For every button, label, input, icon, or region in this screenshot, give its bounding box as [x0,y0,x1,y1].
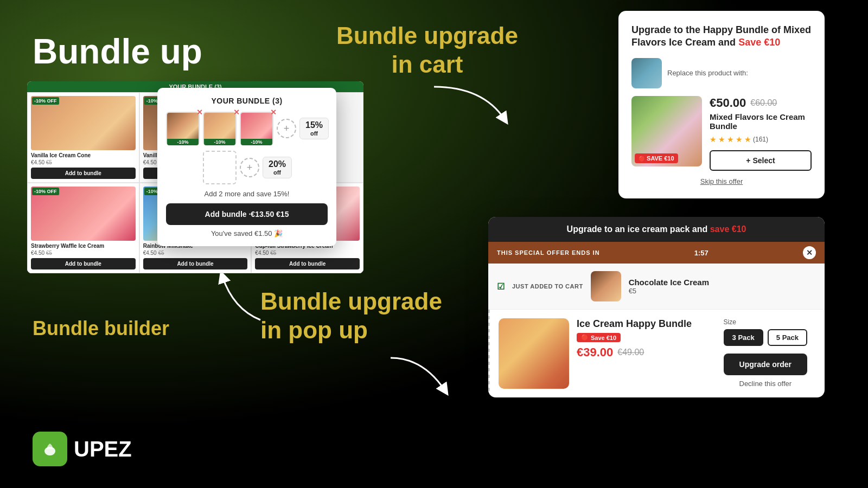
popup-decline-link[interactable]: Decline this offer [724,380,807,388]
bundle-item-x-2[interactable]: ✕ [233,108,240,116]
bundle-popup: YOUR BUNDLE (3) ✕ -10% ✕ -10% ✕ -10% [157,88,336,246]
popup-size-3pack[interactable]: 3 Pack [724,329,763,346]
popup-cart-thumb [591,271,621,301]
bb-item-name-strawberry: Strawberry Waffle Ice Cream [31,243,136,249]
cart-replace-label: Replace this product with: [667,69,748,77]
cart-product-section: 🔴 SAVE €10 €50.00 €60.00 Mixed Flavors I… [631,96,812,171]
star-count: (161) [753,136,768,143]
cart-upgrade-card: Upgrade to the Happy Bundle of Mixed Fla… [618,11,825,198]
popup-timer-close[interactable]: ✕ [803,246,816,259]
bb-item-badge-vanilla-cone: -10% OFF [32,97,59,105]
upez-logo: UPEZ [33,432,132,466]
bundle-builder-label: Bundle builder [33,317,169,340]
popup-cart-label: JUST ADDED TO CART [512,283,583,290]
popup-upgrade-img [499,318,569,389]
cart-skip-link[interactable]: Skip this offer [631,177,812,185]
bundle-item-discount-2: -10% [204,139,235,145]
bundle-discount-badge-2: 20% off [263,157,292,178]
bundle-plus-2[interactable]: + [240,158,259,177]
bundle-upgrade-cart-label: Bundle upgrade in cart [336,22,518,79]
bundle-thumb-3: ✕ -10% [240,112,273,145]
star-4: ★ [736,135,743,144]
popup-cart-item-details: Chocolate Ice Cream €5 [629,278,709,295]
bb-item-strawberry-waffle: -10% OFF Strawberry Waffle Ice Cream €4.… [27,183,139,273]
popup-price-new: €39.00 [577,345,613,359]
bundle-plus-1[interactable]: + [277,119,296,138]
bundle-save-text: Add 2 more and save 15%! [166,190,328,198]
popup-cart-item: ☑ JUST ADDED TO CART Chocolate Ice Cream… [488,264,825,310]
popup-upgrade: Upgrade to an ice cream pack and save €1… [488,217,825,397]
popup-upgrade-btn[interactable]: Upgrade order [724,354,807,375]
popup-timer-bar: THIS SPECIAL OFFER ENDS IN 1:57 ✕ [488,242,825,264]
bundle-up-title: Bundle up [33,33,202,70]
arrow-cart-to-card [418,76,515,141]
cart-upgrade-replace: Replace this product with: [631,58,812,88]
upez-text: UPEZ [74,437,132,461]
bb-add-btn-strawberry[interactable]: Add to bundle [31,258,136,269]
star-3: ★ [727,135,734,144]
cart-product-img: 🔴 SAVE €10 [631,96,702,166]
popup-size-options: 3 Pack 5 Pack [724,329,807,346]
bundle-popup-title: YOUR BUNDLE (3) [166,97,328,105]
arrow-popup-label-to-widget [380,347,456,401]
bb-item-name-vanilla-cone: Vanilla Ice Cream Cone [31,152,136,158]
cart-upgrade-title: Upgrade to the Happy Bundle of Mixed Fla… [631,24,812,49]
popup-timer-text: THIS SPECIAL OFFER ENDS IN [497,249,600,256]
popup-upgrade-header: Upgrade to an ice cream pack and save €1… [488,217,825,242]
cart-stars: ★ ★ ★ ★ ★ (161) [710,135,812,144]
bundle-item-x-3[interactable]: ✕ [270,108,277,116]
popup-timer-value: 1:57 [694,249,709,257]
popup-price-old: €49.00 [617,348,644,357]
cart-save-badge: 🔴 SAVE €10 [635,153,678,163]
popup-cart-label-wrapper: JUST ADDED TO CART [512,283,583,290]
popup-cart-name: Chocolate Ice Cream [629,278,709,287]
upez-icon [33,432,67,466]
cart-product-info: €50.00 €60.00 Mixed Flavors Ice Cream Bu… [710,96,812,171]
popup-prices: €39.00 €49.00 [577,345,716,359]
bundle-items-row-1: ✕ -10% ✕ -10% ✕ -10% + 15% off [166,112,328,145]
cart-product-prices: €50.00 €60.00 [710,96,812,110]
popup-upgrade-name: Ice Cream Happy Bundle [577,318,716,330]
popup-upgrade-item: Ice Cream Happy Bundle 🔴 Save €10 €39.00… [490,310,825,397]
popup-size-section: Size 3 Pack 5 Pack Upgrade order Decline… [724,318,816,388]
cart-price-new: €50.00 [710,96,746,110]
page-content: Bundle up Bundle upgrade in cart Bundle … [0,0,868,488]
cart-select-btn[interactable]: + Select [710,150,812,171]
popup-upgrade-row: Ice Cream Happy Bundle 🔴 Save €10 €39.00… [488,310,825,397]
bb-add-btn-cup-strawberry[interactable]: Add to bundle [255,258,360,269]
bundle-upgrade-popup-label: Bundle upgrade in pop up [260,287,442,345]
save-icon: 🔴 [581,334,589,341]
star-1: ★ [710,135,717,144]
bundle-discount-badge-1: 15% off [299,118,329,139]
bb-item-price-strawberry: €4.50 €5 [31,250,136,256]
bb-item-vanilla-cone: -10% OFF Vanilla Ice Cream Cone €4.50 €5… [27,92,139,183]
cart-product-name: Mixed Flavors Ice Cream Bundle [710,112,812,131]
bb-add-btn-vanilla-cone[interactable]: Add to bundle [31,168,136,179]
popup-cart-price: €5 [629,287,709,295]
bb-item-badge-strawberry: -10% OFF [32,188,59,195]
popup-size-5pack[interactable]: 5 Pack [768,329,807,346]
star-5: ★ [744,135,751,144]
cart-replace-thumb [631,58,662,88]
bundle-item-x-1[interactable]: ✕ [196,108,203,116]
popup-save-badge: 🔴 Save €10 [577,333,621,342]
bundle-item-discount-3: -10% [241,139,272,145]
bb-add-btn-rainbow[interactable]: Add to bundle [143,258,248,269]
bundle-items-row-2: + 20% off [203,151,328,184]
popup-size-label: Size [724,318,807,326]
bundle-thumb-1: ✕ -10% [166,112,200,145]
star-2: ★ [718,135,725,144]
popup-upgrade-info: Ice Cream Happy Bundle 🔴 Save €10 €39.00… [577,318,716,366]
bundle-item-discount-1: -10% [167,139,199,145]
popup-cart-check: ☑ [497,281,505,292]
cart-price-old: €60.00 [750,98,777,108]
bundle-saved-text: You've saved €1.50 🎉 [166,229,328,237]
bb-item-price-vanilla-cone: €4.50 €5 [31,159,136,165]
bundle-thumb-2: ✕ -10% [203,112,237,145]
bundle-add-btn[interactable]: Add bundle ·€13.50 €15 [166,203,328,225]
bb-item-price-rainbow: €4.50 €5 [143,250,248,256]
bb-item-price-cup-strawberry: €4.50 €5 [255,250,360,256]
bundle-empty-1 [203,151,237,184]
